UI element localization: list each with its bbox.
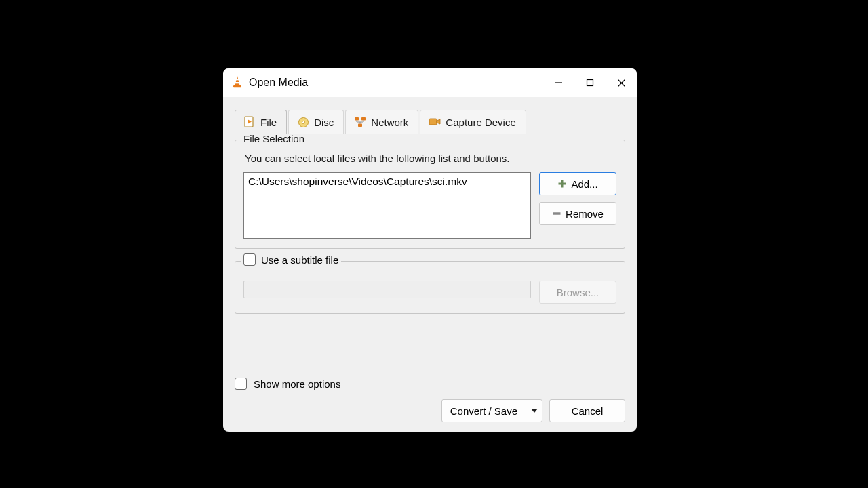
vlc-cone-icon: [231, 75, 243, 91]
file-list-item[interactable]: C:\Users\shopinverse\Videos\Captures\sci…: [248, 176, 526, 188]
subtitle-checkbox[interactable]: Use a subtitle file: [241, 253, 341, 266]
file-selection-group: File Selection You can select local file…: [235, 140, 625, 249]
svg-rect-5: [587, 80, 593, 86]
tab-file[interactable]: File: [235, 110, 287, 134]
capture-device-icon: [429, 116, 441, 128]
checkbox-box[interactable]: [235, 378, 247, 390]
subtitle-checkbox-label: Use a subtitle file: [261, 254, 338, 266]
svg-marker-0: [235, 76, 240, 85]
convert-save-label: Convert / Save: [442, 400, 526, 422]
svg-rect-13: [361, 117, 366, 121]
titlebar: Open Media: [223, 68, 637, 97]
subtitle-path-input: [243, 281, 531, 298]
browse-button: Browse...: [539, 281, 616, 304]
close-button[interactable]: [606, 68, 637, 97]
svg-rect-2: [235, 82, 239, 83]
checkbox-box[interactable]: [243, 253, 256, 266]
browse-button-label: Browse...: [557, 287, 599, 298]
open-media-dialog: Open Media File: [223, 68, 637, 432]
file-list[interactable]: C:\Users\shopinverse\Videos\Captures\sci…: [243, 172, 531, 239]
file-icon: [243, 116, 256, 128]
subtitle-group: Use a subtitle file Browse...: [235, 261, 625, 314]
tab-capture-device[interactable]: Capture Device: [420, 110, 526, 134]
svg-rect-14: [358, 124, 362, 127]
file-selection-hint: You can select local files with the foll…: [245, 152, 616, 164]
show-more-options-checkbox[interactable]: Show more options: [235, 378, 625, 390]
maximize-button[interactable]: [574, 68, 606, 97]
show-more-options-label: Show more options: [254, 378, 340, 390]
network-icon: [354, 116, 366, 128]
chevron-down-icon: [531, 409, 538, 413]
disc-icon: [297, 116, 309, 128]
convert-save-button[interactable]: Convert / Save: [441, 399, 542, 422]
plus-icon: [557, 179, 567, 188]
minus-icon: [552, 209, 561, 218]
minimize-button[interactable]: [543, 68, 574, 97]
remove-button[interactable]: Remove: [539, 202, 616, 225]
svg-rect-3: [233, 85, 241, 87]
svg-rect-1: [236, 79, 239, 80]
convert-save-dropdown[interactable]: [526, 400, 542, 422]
file-selection-label: File Selection: [241, 133, 307, 144]
tabs: File Disc: [235, 110, 625, 134]
add-button[interactable]: Add...: [539, 172, 616, 195]
svg-rect-12: [355, 117, 359, 121]
cancel-button[interactable]: Cancel: [549, 399, 625, 422]
svg-point-11: [302, 121, 304, 123]
tab-network-label: Network: [371, 117, 408, 128]
remove-button-label: Remove: [566, 208, 604, 220]
tab-disc[interactable]: Disc: [288, 110, 344, 134]
svg-marker-16: [437, 119, 440, 124]
tab-capture-device-label: Capture Device: [446, 117, 515, 128]
window-title: Open Media: [249, 77, 308, 89]
tab-disc-label: Disc: [314, 117, 334, 128]
cancel-button-label: Cancel: [572, 405, 604, 417]
svg-rect-15: [429, 119, 437, 125]
svg-marker-20: [531, 409, 538, 413]
tab-file-label: File: [260, 117, 277, 128]
add-button-label: Add...: [571, 178, 597, 190]
tab-network[interactable]: Network: [345, 110, 418, 134]
